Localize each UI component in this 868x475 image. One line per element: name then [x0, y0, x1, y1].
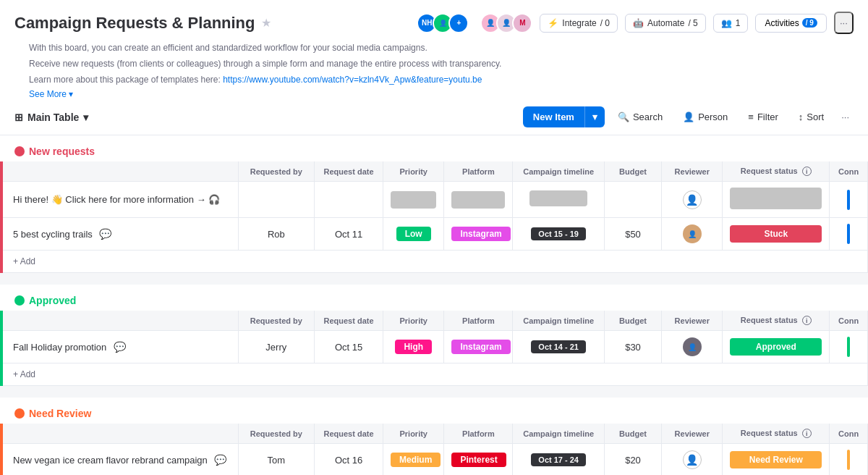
priority-badge: Low: [396, 227, 431, 241]
request-date-cell: Oct 11: [315, 218, 383, 251]
reviewer-cell: 👤: [662, 218, 723, 251]
priority-badge: Medium: [391, 453, 441, 467]
sort-label: Sort: [807, 112, 824, 122]
col-header-8: Conn: [830, 311, 868, 331]
col-header-2: Priority: [383, 424, 444, 444]
timeline-cell: [513, 182, 605, 218]
platform-badge: Instagram: [451, 227, 510, 241]
comment-icon[interactable]: 💬: [99, 228, 111, 240]
add-button[interactable]: + Add: [1, 363, 868, 386]
info-icon: i: [802, 316, 812, 325]
col-header-3: Platform: [444, 161, 513, 182]
row-name: Fall Holiday promotion: [13, 342, 106, 353]
connection-bar: [847, 450, 850, 470]
search-button[interactable]: 🔍 Search: [610, 107, 670, 127]
search-label: Search: [633, 112, 663, 122]
automate-button[interactable]: 🤖 Automate / 5: [625, 14, 706, 33]
activities-badge: / 9: [802, 18, 817, 28]
group-spacer: [0, 273, 868, 285]
activities-button[interactable]: Activities / 9: [755, 14, 826, 33]
comment-icon[interactable]: 💬: [114, 341, 126, 353]
integrate-count: / 0: [600, 18, 610, 28]
new-item-label[interactable]: New Item: [523, 106, 584, 127]
add-row[interactable]: + Add: [1, 363, 868, 386]
col-header-8: Conn: [830, 424, 868, 444]
col-header-4: Campaign timeline: [513, 311, 605, 331]
platform-cell: Instagram: [444, 218, 513, 251]
requested-by-cell: Jerry: [238, 331, 315, 363]
avatar: +: [448, 13, 469, 33]
integrate-icon: ⚡: [548, 18, 558, 28]
add-row[interactable]: + Add: [1, 251, 868, 273]
persons-count: 1: [736, 18, 741, 28]
toolbar: ⊞ Main Table ▾ New Item ▾ 🔍 Search 👤 Per…: [0, 99, 868, 135]
status-badge: Need Review: [730, 451, 822, 468]
col-header-name: [1, 424, 238, 444]
conn-cell: [830, 182, 868, 218]
table-row: Hi there! 👋 Click here for more informat…: [1, 182, 868, 218]
col-header-name: [1, 311, 238, 331]
col-header-0: Requested by: [238, 424, 315, 444]
filter-button[interactable]: ≡ Filter: [741, 107, 785, 127]
description-link[interactable]: https://www.youtube.com/watch?v=kzln4Vk_…: [223, 75, 482, 85]
chevron-down-icon: ▾: [69, 89, 73, 99]
person-filter-button[interactable]: 👤 Person: [676, 107, 735, 127]
group-header: Approved: [0, 285, 868, 311]
platform-cell: [444, 182, 513, 218]
col-header-3: Platform: [444, 311, 513, 331]
col-header-8: Conn: [830, 161, 868, 182]
new-item-dropdown-icon[interactable]: ▾: [584, 106, 605, 127]
group-dot: [14, 408, 25, 419]
priority-empty: [391, 191, 436, 209]
row-name: 5 best cycling trails: [13, 229, 93, 240]
group-title: New requests: [29, 146, 95, 157]
toolbar-more-button[interactable]: ···: [837, 107, 854, 127]
reviewer-avatar: 👤: [683, 450, 702, 469]
table-selector[interactable]: ⊞ Main Table ▾: [14, 112, 88, 123]
group-title: Need Review: [29, 408, 91, 419]
table-grid-icon: ⊞: [14, 112, 23, 123]
col-header-4: Campaign timeline: [513, 424, 605, 444]
col-header-name: [1, 161, 238, 182]
priority-cell: High: [383, 331, 444, 363]
budget-cell: $30: [604, 331, 661, 363]
timeline-badge: Oct 17 - 24: [531, 453, 586, 466]
group-spacer: [0, 386, 868, 398]
star-icon[interactable]: ★: [261, 16, 271, 30]
priority-cell: Low: [383, 218, 444, 251]
group-dot: [14, 295, 25, 306]
col-header-status: Request status i: [723, 311, 830, 331]
status-cell: Approved: [723, 331, 830, 363]
add-button[interactable]: + Add: [1, 251, 868, 273]
persons-button[interactable]: 👥 1: [713, 14, 749, 33]
platform-cell: Instagram: [444, 331, 513, 363]
timeline-cell: Oct 15 - 19: [513, 218, 605, 251]
row-name-cell: Hi there! 👋 Click here for more informat…: [1, 182, 238, 218]
new-item-button[interactable]: New Item ▾: [523, 106, 605, 127]
headphone-icon: 🎧: [208, 194, 220, 205]
group-new_requests: New requests: [0, 135, 868, 273]
table-row: 5 best cycling trails 💬 Rob Oct 11 Low I…: [1, 218, 868, 251]
col-header-1: Request date: [315, 161, 383, 182]
sort-button[interactable]: ↕ Sort: [791, 107, 831, 127]
integrate-button[interactable]: ⚡ Integrate / 0: [540, 14, 618, 33]
col-header-1: Request date: [315, 311, 383, 331]
see-more-button[interactable]: See More ▾: [29, 89, 839, 99]
description-section: With this board, you can create an effic…: [14, 38, 854, 99]
group-title: Approved: [29, 295, 76, 306]
col-header-2: Priority: [383, 311, 444, 331]
automate-label: Automate: [647, 18, 684, 28]
status-cell: Stuck: [723, 218, 830, 251]
timeline-cell: Oct 14 - 21: [513, 331, 605, 363]
col-header-status: Request status i: [723, 161, 830, 182]
search-icon: 🔍: [618, 112, 629, 122]
description-line1: With this board, you can create an effic…: [29, 41, 839, 54]
filter-label: Filter: [757, 112, 778, 122]
conn-cell: [830, 331, 868, 363]
filter-icon: ≡: [748, 112, 754, 122]
comment-icon[interactable]: 💬: [214, 454, 226, 466]
status-cell: Need Review: [723, 444, 830, 476]
row-name-cell: Fall Holiday promotion 💬: [1, 331, 238, 363]
sort-icon: ↕: [799, 112, 804, 122]
header-more-button[interactable]: ···: [834, 12, 854, 34]
